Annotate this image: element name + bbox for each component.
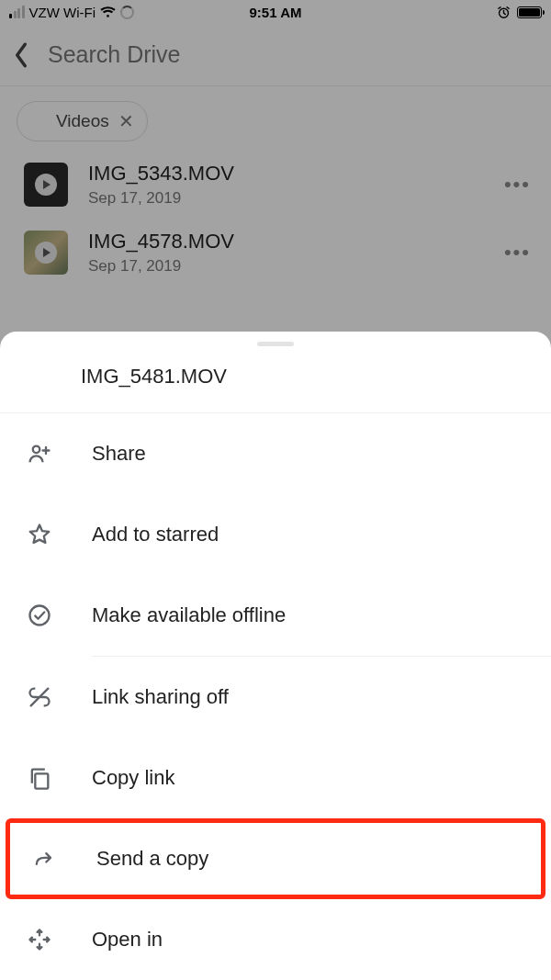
clock: 9:51 AM: [250, 5, 302, 20]
action-sheet: IMG_5481.MOV Share Add to starred Make a…: [0, 332, 551, 980]
file-date: Sep 17, 2019: [88, 189, 484, 208]
menu-item-offline[interactable]: Make available offline: [0, 575, 551, 656]
copy-icon: [26, 765, 53, 791]
cellular-signal-icon: [9, 6, 25, 18]
filter-chip-videos[interactable]: Videos ✕: [17, 101, 148, 141]
menu-label: Send a copy: [96, 847, 208, 871]
offline-icon: [26, 603, 53, 628]
play-icon: [35, 174, 57, 196]
svg-rect-3: [35, 773, 48, 788]
menu-item-star[interactable]: Add to starred: [0, 494, 551, 575]
play-icon: [35, 242, 57, 264]
status-bar: VZW Wi-Fi 9:51 AM: [0, 0, 551, 24]
video-thumbnail: [24, 231, 68, 275]
close-icon[interactable]: ✕: [118, 112, 134, 130]
link-off-icon: [26, 684, 53, 710]
highlighted-option: Send a copy: [6, 818, 545, 899]
back-button[interactable]: [11, 41, 31, 69]
sheet-header: IMG_5481.MOV: [0, 346, 551, 413]
file-name: IMG_4578.MOV: [88, 230, 484, 253]
more-options-button[interactable]: •••: [504, 173, 531, 197]
svg-point-1: [33, 446, 39, 453]
file-row[interactable]: IMG_4578.MOV Sep 17, 2019 •••: [0, 219, 551, 287]
sheet-filename: IMG_5481.MOV: [81, 365, 227, 389]
search-header: Search Drive: [0, 24, 551, 86]
menu-item-send-copy[interactable]: Send a copy: [10, 823, 541, 895]
share-person-icon: [26, 441, 53, 467]
video-thumbnail: [24, 163, 68, 207]
alarm-icon: [496, 5, 512, 20]
carrier-label: VZW Wi-Fi: [29, 5, 96, 20]
file-date: Sep 17, 2019: [88, 257, 484, 276]
video-file-icon: [27, 112, 47, 130]
open-in-icon: [26, 927, 53, 952]
menu-label: Copy link: [92, 766, 174, 790]
menu-item-link-sharing[interactable]: Link sharing off: [0, 657, 551, 738]
more-options-button[interactable]: •••: [504, 241, 531, 265]
filter-chip-label: Videos: [56, 111, 109, 131]
menu-item-share[interactable]: Share: [0, 413, 551, 494]
menu-item-open-in[interactable]: Open in: [0, 899, 551, 980]
battery-icon: [517, 6, 542, 18]
svg-point-2: [30, 606, 50, 625]
file-row[interactable]: IMG_5343.MOV Sep 17, 2019 •••: [0, 151, 551, 219]
wifi-icon: [100, 6, 116, 18]
search-input[interactable]: Search Drive: [48, 41, 181, 68]
video-file-icon: [26, 365, 53, 389]
menu-label: Link sharing off: [92, 685, 229, 709]
star-icon: [26, 522, 53, 547]
menu-item-copy-link[interactable]: Copy link: [0, 738, 551, 818]
menu-label: Open in: [92, 928, 163, 952]
send-arrow-icon: [30, 846, 58, 872]
file-name: IMG_5343.MOV: [88, 162, 484, 186]
menu-label: Make available offline: [92, 603, 286, 627]
menu-label: Share: [92, 442, 146, 466]
menu-label: Add to starred: [92, 523, 219, 546]
loading-spinner-icon: [120, 6, 134, 19]
